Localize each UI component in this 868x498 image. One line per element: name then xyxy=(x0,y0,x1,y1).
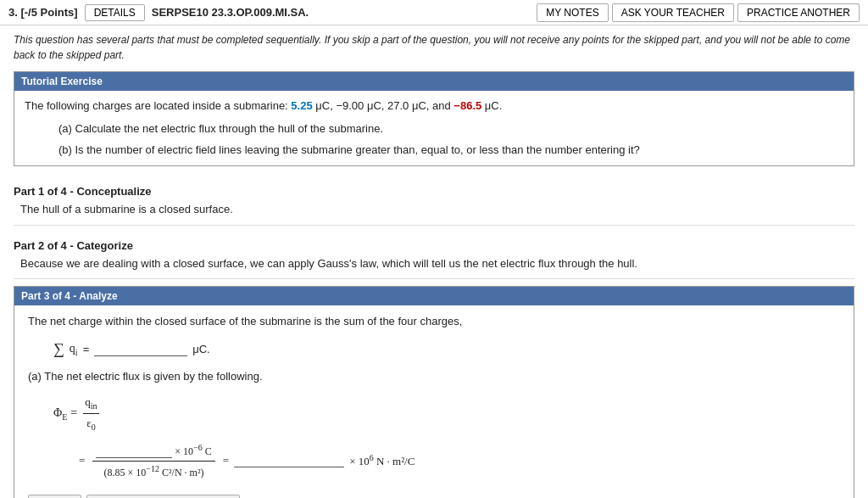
my-notes-button[interactable]: MY NOTES xyxy=(537,3,608,22)
part-2-section: Part 2 of 4 - Categorize Because we are … xyxy=(14,232,854,280)
phi-den-sub: 0 xyxy=(92,422,96,431)
charge-4-unit: μC. xyxy=(485,99,503,112)
analyze-header: Part 3 of 4 - Analyze xyxy=(14,287,854,305)
header-left: 3. [-/5 Points] DETAILS SERPSE10 23.3.OP… xyxy=(8,4,537,21)
eq-times-10: × 10−6 C xyxy=(175,445,211,457)
part-2-title: Part 2 of 4 - Categorize xyxy=(14,239,854,252)
charge-1: 5.25 xyxy=(291,99,312,112)
analyze-body: The net charge within the closed surface… xyxy=(14,305,854,498)
eq-numerator: × 10−6 C xyxy=(92,440,214,461)
main-content: This question has several parts that mus… xyxy=(0,25,868,498)
header: 3. [-/5 Points] DETAILS SERPSE10 23.3.OP… xyxy=(0,0,868,25)
part-1-section: Part 1 of 4 - Conceptualize The hull of … xyxy=(14,178,854,226)
practice-another-button[interactable]: PRACTICE ANOTHER xyxy=(737,3,860,22)
sigma-formula-line: ∑ qi = μC. xyxy=(53,336,840,362)
phi-numerator: qin xyxy=(83,393,98,414)
sigma-symbol: ∑ xyxy=(53,336,64,362)
tutorial-box: Tutorial Exercise The following charges … xyxy=(14,71,854,166)
charge-4: −86.5 xyxy=(453,99,481,112)
eq-result-exp: 6 xyxy=(370,453,374,462)
eq-numerator-input[interactable] xyxy=(96,445,172,458)
phi-num-sub: in xyxy=(91,401,97,411)
tutorial-header: Tutorial Exercise xyxy=(14,72,854,91)
skip-button[interactable]: Skip (you cannot come back) xyxy=(86,495,240,498)
phi-sub: E xyxy=(62,412,67,422)
tutorial-body: The following charges are located inside… xyxy=(14,91,854,165)
tutorial-part-a: (a) Calculate the net electric flux thro… xyxy=(58,120,843,138)
eq-eq2: = xyxy=(223,451,229,470)
eq-line: = × 10−6 C (8.85 × 10−12 C²/N · m²) = × … xyxy=(79,440,840,481)
problem-label: 3. [-/5 Points] xyxy=(8,6,78,19)
phi-symbol: ΦE xyxy=(53,403,67,424)
phi-fraction: qin ε0 xyxy=(83,393,98,434)
eq-result-input[interactable] xyxy=(234,454,344,467)
eq-denominator: (8.85 × 10−12 C²/N · m²) xyxy=(101,462,208,481)
header-right: MY NOTES ASK YOUR TEACHER PRACTICE ANOTH… xyxy=(537,3,860,22)
sigma-equals: = xyxy=(83,340,90,359)
phi-eq: = xyxy=(70,403,77,423)
eq-eq1: = xyxy=(79,451,85,470)
sigma-qi: qi xyxy=(70,339,78,360)
flux-intro: (a) The net electric flux is given by th… xyxy=(28,367,840,386)
problem-id: SERPSE10 23.3.OP.009.MI.SA. xyxy=(152,6,309,19)
eq-fraction: × 10−6 C (8.85 × 10−12 C²/N · m²) xyxy=(92,440,214,481)
ask-teacher-button[interactable]: ASK YOUR TEACHER xyxy=(612,3,734,22)
eq-result-unit: × 106 N · m²/C xyxy=(349,450,415,471)
analyze-intro: The net charge within the closed surface… xyxy=(28,312,840,331)
tutorial-part-b: (b) Is the number of electric field line… xyxy=(58,142,843,159)
warning-text: This question has several parts that mus… xyxy=(14,32,854,63)
eq-exp-neg12: −12 xyxy=(146,464,159,473)
tutorial-intro: The following charges are located inside… xyxy=(25,98,843,115)
part-1-content: The hull of a submarine is a closed surf… xyxy=(20,201,854,218)
sigma-input[interactable] xyxy=(94,343,187,356)
eq-exp-neg6: −6 xyxy=(193,443,203,452)
action-buttons: Submit Skip (you cannot come back) xyxy=(28,491,840,498)
charge-1-unit: μC, −9.00 μC, 27.0 μC, and xyxy=(315,99,453,112)
details-button[interactable]: DETAILS xyxy=(85,4,145,21)
sigma-subscript: i xyxy=(75,348,78,357)
phi-formula: ΦE = qin ε0 xyxy=(53,393,840,434)
phi-denominator: ε0 xyxy=(85,414,97,434)
submit-button[interactable]: Submit xyxy=(28,495,81,498)
sigma-unit: μC. xyxy=(192,340,210,359)
part-1-title: Part 1 of 4 - Conceptualize xyxy=(14,185,854,198)
analyze-box: Part 3 of 4 - Analyze The net charge wit… xyxy=(14,286,854,498)
part-2-content: Because we are dealing with a closed sur… xyxy=(20,255,854,272)
